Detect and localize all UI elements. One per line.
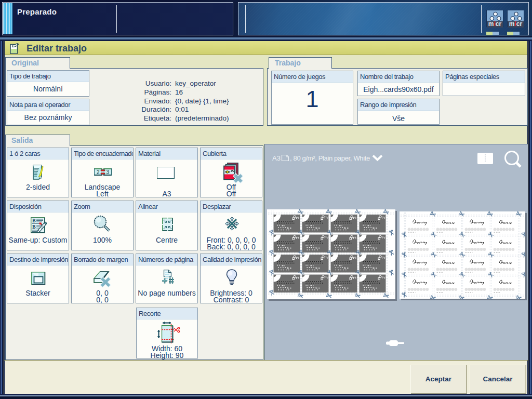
svg-text:, 80 g/m², Plain paper, White: , 80 g/m², Plain paper, White [290, 154, 370, 162]
svg-text:2: 2 [97, 169, 100, 175]
svg-text:3: 3 [107, 169, 110, 175]
svg-text:B: B [32, 224, 36, 230]
svg-text:A3: A3 [272, 154, 281, 162]
svg-text:B: B [32, 218, 36, 223]
